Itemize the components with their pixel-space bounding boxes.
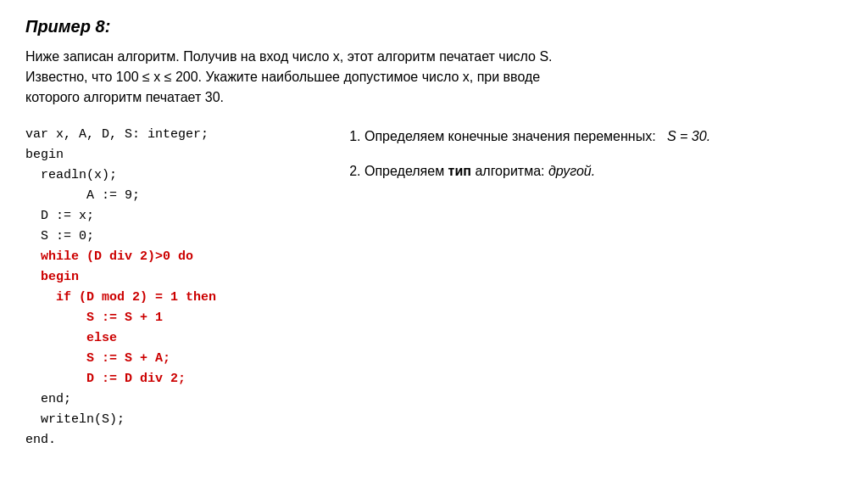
step1-formula: S = 30.: [659, 129, 710, 143]
code-line: S := S + A;: [25, 349, 314, 369]
explanation: Определяем конечные значения переменных:…: [348, 125, 843, 194]
code-line: while (D div 2)>0 do: [25, 247, 314, 267]
step1-text-before: Определяем конечные значения переменных:: [364, 129, 656, 143]
steps-list: Определяем конечные значения переменных:…: [348, 125, 843, 182]
content-area: var x, A, D, S: integer;begin readln(x);…: [25, 125, 843, 451]
code-line: D := x;: [25, 206, 314, 227]
desc-line1: Ниже записан алгоритм. Получив на вход ч…: [25, 49, 553, 64]
description: Ниже записан алгоритм. Получив на вход ч…: [25, 47, 843, 108]
code-line: if (D mod 2) = 1 then: [25, 288, 314, 308]
desc-line2: Известно, что 100 ≤ x ≤ 200. Укажите наи…: [25, 70, 540, 84]
page-container: Пример 8: Ниже записан алгоритм. Получив…: [25, 17, 843, 451]
step-2: Определяем тип алгоритма: другой.: [364, 160, 843, 182]
code-line: begin: [25, 267, 314, 288]
code-line: readln(x);: [25, 165, 314, 186]
step-1: Определяем конечные значения переменных:…: [364, 125, 843, 148]
step2-italic: другой.: [548, 164, 595, 178]
title: Пример 8:: [25, 17, 843, 36]
code-line: writeln(S);: [25, 410, 314, 430]
step2-text-after: алгоритма:: [471, 164, 548, 178]
step2-text-before: Определяем: [364, 164, 448, 178]
code-line: D := D div 2;: [25, 369, 314, 389]
step2-bold: тип: [448, 164, 471, 178]
code-line: end;: [25, 389, 314, 410]
code-line: end.: [25, 430, 314, 451]
code-line: S := 0;: [25, 227, 314, 247]
desc-line3: которого алгоритм печатает 30.: [25, 90, 224, 104]
code-line: S := S + 1: [25, 308, 314, 328]
code-block: var x, A, D, S: integer;begin readln(x);…: [25, 125, 314, 451]
code-line: begin: [25, 145, 314, 165]
code-line: A := 9;: [25, 186, 314, 206]
code-line: else: [25, 328, 314, 349]
code-line: var x, A, D, S: integer;: [25, 125, 314, 145]
